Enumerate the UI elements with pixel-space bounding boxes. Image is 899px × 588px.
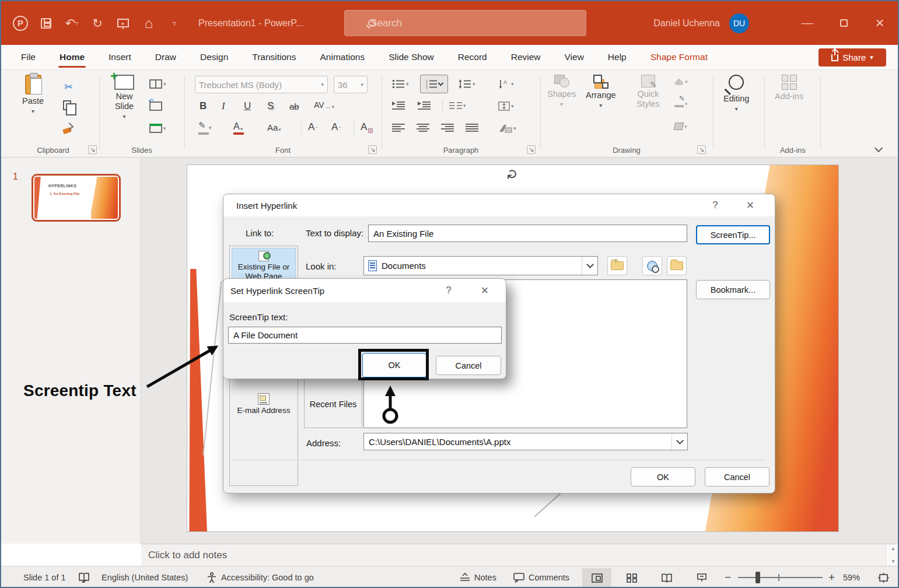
- text-to-display-input[interactable]: [368, 225, 687, 242]
- tab-home[interactable]: Home: [58, 47, 86, 68]
- hyperlink-ok-button[interactable]: OK: [631, 467, 695, 487]
- powerpoint-logo-icon[interactable]: P: [9, 12, 32, 34]
- maximize-button[interactable]: [825, 1, 862, 45]
- slide-thumbnail[interactable]: HYPERLINKS 1. An Existing File: [32, 174, 121, 222]
- reading-view-button[interactable]: [652, 568, 681, 587]
- home-icon[interactable]: ⌂: [138, 12, 160, 34]
- clipboard-dialog-launcher-icon[interactable]: ↘: [88, 145, 97, 154]
- spell-check-button[interactable]: [78, 566, 90, 588]
- zoom-slider-thumb[interactable]: [755, 572, 760, 583]
- text-shadow-button[interactable]: S: [267, 100, 274, 112]
- browse-file-button[interactable]: [667, 256, 687, 275]
- search-input[interactable]: [370, 18, 545, 29]
- close-button[interactable]: ×: [862, 1, 898, 45]
- language-button[interactable]: English (United States): [102, 566, 188, 588]
- justify-button[interactable]: [466, 124, 478, 132]
- shapes-button[interactable]: Shapes ▾: [547, 75, 576, 107]
- bookmark-button[interactable]: Bookmark...: [696, 280, 770, 299]
- zoom-out-button[interactable]: −: [725, 566, 731, 588]
- dialog-title-bar[interactable]: Set Hyperlink ScreenTip: [223, 279, 506, 302]
- change-case-button[interactable]: Aa▾: [267, 123, 281, 132]
- comments-toggle[interactable]: Comments: [513, 566, 569, 588]
- qat-overflow-icon[interactable]: ▿: [163, 12, 186, 34]
- align-right-button[interactable]: [441, 124, 454, 132]
- help-icon[interactable]: ?: [436, 279, 461, 302]
- rotate-handle-icon[interactable]: ↻: [505, 169, 520, 180]
- paragraph-dialog-launcher-icon[interactable]: ↘: [527, 145, 536, 154]
- notes-scrollbar[interactable]: ▲ ▼: [886, 544, 899, 566]
- align-center-button[interactable]: [417, 124, 429, 132]
- slide-sorter-view-button[interactable]: [617, 568, 646, 587]
- slideshow-view-button[interactable]: [687, 568, 716, 587]
- look-in-dropdown-button[interactable]: [582, 257, 597, 275]
- tab-help[interactable]: Help: [607, 47, 628, 68]
- redo-icon[interactable]: ↻: [86, 12, 109, 34]
- numbering-button[interactable]: 123: [420, 75, 448, 93]
- text-direction-button[interactable]: A ▾: [498, 79, 514, 89]
- tab-transitions[interactable]: Transitions: [251, 47, 297, 68]
- tab-file[interactable]: File: [20, 47, 37, 68]
- accessibility-button[interactable]: Accessibility: Good to go: [207, 566, 314, 588]
- screentip-button[interactable]: ScreenTip...: [696, 225, 770, 244]
- decrease-indent-button[interactable]: [392, 102, 405, 110]
- avatar[interactable]: DU: [729, 13, 749, 33]
- email-address-button[interactable]: E-mail Address: [232, 391, 296, 427]
- font-size-select[interactable]: 36▾: [334, 76, 368, 93]
- close-icon[interactable]: ×: [737, 194, 763, 216]
- drawing-dialog-launcher-icon[interactable]: ↘: [697, 145, 706, 154]
- tab-design[interactable]: Design: [199, 47, 229, 68]
- section-button[interactable]: ▾: [149, 124, 166, 133]
- editing-button[interactable]: Editing ▾: [723, 75, 749, 112]
- quick-styles-button[interactable]: Quick Styles: [630, 75, 666, 109]
- align-left-button[interactable]: [392, 124, 405, 132]
- character-spacing-button[interactable]: AV↔▾: [314, 100, 334, 110]
- italic-button[interactable]: I: [222, 100, 225, 112]
- bullets-button[interactable]: ▾: [392, 79, 409, 89]
- slideshow-icon[interactable]: ▸: [112, 12, 134, 34]
- up-one-folder-button[interactable]: [607, 256, 627, 275]
- help-icon[interactable]: ?: [702, 194, 728, 216]
- copy-button[interactable]: ▾: [63, 100, 75, 110]
- zoom-slider[interactable]: [738, 577, 823, 578]
- tab-view[interactable]: View: [564, 47, 585, 68]
- tab-record[interactable]: Record: [457, 47, 488, 68]
- recent-files-tab[interactable]: Recent Files: [305, 400, 362, 409]
- shape-outline-button[interactable]: ▾: [674, 100, 688, 107]
- slide-layout-button[interactable]: ▾: [149, 79, 166, 89]
- cut-button[interactable]: ✂: [64, 80, 73, 93]
- reset-slide-button[interactable]: ↶: [149, 102, 162, 111]
- zoom-in-button[interactable]: +: [828, 566, 835, 588]
- dialog-title-bar[interactable]: Insert Hyperlink: [223, 194, 775, 216]
- bold-button[interactable]: B: [200, 100, 207, 112]
- tab-review[interactable]: Review: [510, 47, 542, 68]
- notes-toggle[interactable]: Notes: [460, 566, 496, 588]
- scroll-down-icon[interactable]: ▼: [891, 559, 895, 564]
- save-icon[interactable]: [35, 12, 57, 34]
- browse-web-button[interactable]: [642, 256, 662, 275]
- tab-shape-format[interactable]: Shape Format: [649, 47, 709, 68]
- collapse-ribbon-icon[interactable]: [874, 144, 883, 152]
- clear-formatting-button[interactable]: A: [361, 121, 373, 133]
- slide-counter[interactable]: Slide 1 of 1: [23, 566, 66, 588]
- line-spacing-button[interactable]: ▾: [459, 79, 475, 89]
- screentip-cancel-button[interactable]: Cancel: [436, 356, 501, 375]
- zoom-level[interactable]: 59%: [843, 566, 860, 588]
- account-area[interactable]: Daniel Uchenna DU: [653, 1, 749, 45]
- strikethrough-button[interactable]: ab: [289, 102, 299, 111]
- address-dropdown-button[interactable]: [671, 433, 687, 450]
- address-combobox[interactable]: C:\Users\DANIEL\Documents\A.pptx: [363, 433, 688, 450]
- grow-font-button[interactable]: Aˆ: [308, 121, 318, 133]
- align-text-button[interactable]: ▾: [498, 102, 514, 111]
- font-dialog-launcher-icon[interactable]: ↘: [368, 145, 377, 154]
- shrink-font-button[interactable]: Aˇ: [331, 121, 341, 133]
- addins-button[interactable]: Add-ins: [775, 75, 803, 102]
- share-button[interactable]: Share ▾: [818, 48, 886, 66]
- tab-slide-show[interactable]: Slide Show: [387, 47, 435, 68]
- notes-pane[interactable]: Click to add notes: [141, 544, 886, 566]
- arrange-button[interactable]: Arrange ▾: [586, 75, 616, 108]
- fit-slide-button[interactable]: [872, 568, 895, 587]
- undo-icon[interactable]: ↶▿: [61, 12, 83, 34]
- font-name-select[interactable]: Trebuchet MS (Body)▾: [195, 76, 328, 93]
- format-painter-button[interactable]: [63, 124, 72, 133]
- screentip-text-input[interactable]: [228, 327, 502, 344]
